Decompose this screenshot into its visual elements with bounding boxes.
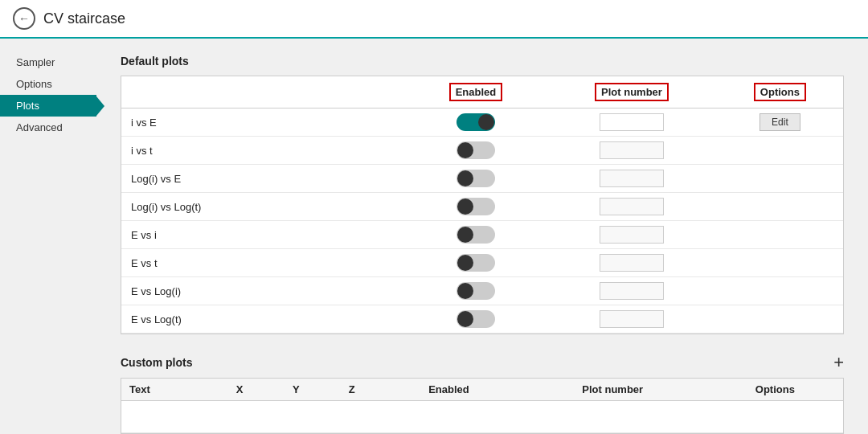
plot-row-options-cell bbox=[717, 277, 843, 305]
plot-row-options-cell bbox=[717, 165, 843, 193]
plot-row-number-cell bbox=[547, 165, 717, 193]
plot-row-number-cell bbox=[547, 221, 717, 249]
plot-row-number-cell bbox=[547, 193, 717, 221]
default-plots-table: Enabled Plot number Options i vs EEditi … bbox=[121, 76, 843, 334]
plot-number-input[interactable] bbox=[600, 198, 664, 215]
sidebar-item-advanced[interactable]: Advanced bbox=[0, 117, 96, 138]
toggle-track bbox=[457, 254, 495, 272]
toggle-switch[interactable] bbox=[457, 113, 495, 131]
plot-row-name: i vs E bbox=[121, 108, 405, 137]
col-options-header: Options bbox=[717, 76, 843, 108]
col-name-header bbox=[121, 76, 405, 108]
custom-col-plotnum-header: Plot number bbox=[518, 379, 707, 401]
plot-row-options-cell bbox=[717, 221, 843, 249]
toggle-track bbox=[457, 170, 495, 187]
default-plots-header-row: Enabled Plot number Options bbox=[121, 76, 843, 108]
toggle-container[interactable] bbox=[415, 282, 537, 300]
custom-plots-container: Text X Y Z Enabled Plot number Options bbox=[121, 378, 844, 434]
sidebar-item-options[interactable]: Options bbox=[0, 73, 96, 95]
plot-row-number-cell bbox=[547, 305, 717, 334]
toggle-thumb bbox=[478, 114, 494, 130]
toggle-container[interactable] bbox=[415, 141, 537, 159]
default-plot-row: Log(i) vs Log(t) bbox=[121, 193, 843, 221]
custom-col-x-header: X bbox=[211, 379, 268, 401]
col-enabled-header: Enabled bbox=[405, 76, 547, 108]
plot-row-toggle-cell bbox=[405, 193, 547, 221]
toggle-switch[interactable] bbox=[457, 226, 495, 244]
plot-number-input[interactable] bbox=[600, 310, 664, 328]
plot-row-toggle-cell bbox=[405, 277, 547, 305]
toggle-container[interactable] bbox=[415, 254, 537, 272]
custom-plots-title: Custom plots bbox=[121, 356, 192, 369]
toggle-thumb bbox=[457, 255, 473, 271]
custom-col-text-header: Text bbox=[121, 379, 211, 401]
default-plots-title: Default plots bbox=[121, 55, 844, 68]
enabled-header-box: Enabled bbox=[449, 83, 503, 101]
plot-number-input[interactable] bbox=[600, 170, 664, 187]
default-plot-row: E vs t bbox=[121, 249, 843, 277]
default-plot-row: Log(i) vs E bbox=[121, 165, 843, 193]
plot-number-input[interactable] bbox=[600, 282, 664, 300]
plot-number-input[interactable] bbox=[600, 254, 664, 272]
plot-number-input[interactable] bbox=[600, 113, 664, 131]
edit-button[interactable]: Edit bbox=[760, 113, 800, 131]
plot-row-options-cell bbox=[717, 137, 843, 165]
custom-col-z-header: Z bbox=[325, 379, 379, 401]
back-button[interactable]: ← bbox=[13, 7, 35, 30]
toggle-container[interactable] bbox=[415, 310, 537, 328]
default-plots-container: Enabled Plot number Options i vs EEditi … bbox=[121, 76, 844, 334]
toggle-track bbox=[457, 198, 495, 215]
toggle-switch[interactable] bbox=[457, 282, 495, 300]
toggle-switch[interactable] bbox=[457, 141, 495, 159]
toggle-container[interactable] bbox=[415, 226, 537, 244]
plot-row-toggle-cell bbox=[405, 137, 547, 165]
plot-row-options-cell: Edit bbox=[717, 108, 843, 137]
custom-plots-body bbox=[121, 401, 843, 433]
toggle-track bbox=[457, 282, 495, 300]
page-title: CV staircase bbox=[43, 10, 125, 27]
plot-row-name: E vs Log(i) bbox=[121, 277, 405, 305]
plot-row-toggle-cell bbox=[405, 165, 547, 193]
default-plot-row: i vs t bbox=[121, 137, 843, 165]
toggle-thumb bbox=[457, 170, 473, 186]
toggle-thumb bbox=[457, 227, 473, 243]
toggle-switch[interactable] bbox=[457, 254, 495, 272]
plot-row-options-cell bbox=[717, 249, 843, 277]
toggle-container[interactable] bbox=[415, 198, 537, 215]
sidebar-item-sampler[interactable]: Sampler bbox=[0, 51, 96, 73]
toggle-container[interactable] bbox=[415, 113, 537, 131]
plot-row-toggle-cell bbox=[405, 305, 547, 334]
custom-col-options-header: Options bbox=[707, 379, 843, 401]
col-plotnum-header: Plot number bbox=[547, 76, 717, 108]
toggle-track bbox=[457, 113, 495, 131]
toggle-switch[interactable] bbox=[457, 170, 495, 187]
toggle-thumb bbox=[457, 199, 473, 215]
default-plots-body: i vs EEditi vs tLog(i) vs ELog(i) vs Log… bbox=[121, 108, 843, 334]
plot-row-options-cell bbox=[717, 305, 843, 334]
header: ← CV staircase bbox=[0, 0, 868, 39]
sidebar-item-plots[interactable]: Plots bbox=[0, 95, 96, 117]
toggle-track bbox=[457, 141, 495, 159]
toggle-thumb bbox=[457, 142, 473, 158]
toggle-container[interactable] bbox=[415, 170, 537, 187]
toggle-thumb bbox=[457, 283, 473, 299]
plot-row-number-cell bbox=[547, 137, 717, 165]
toggle-thumb bbox=[457, 311, 473, 327]
sidebar: Sampler Options Plots Advanced bbox=[0, 39, 96, 434]
toggle-switch[interactable] bbox=[457, 198, 495, 215]
custom-col-enabled-header: Enabled bbox=[379, 379, 518, 401]
custom-plots-header-row: Text X Y Z Enabled Plot number Options bbox=[121, 379, 843, 401]
plot-row-toggle-cell bbox=[405, 249, 547, 277]
plot-row-name: Log(i) vs E bbox=[121, 165, 405, 193]
content-area: Default plots Enabled Plot number Option… bbox=[96, 39, 868, 434]
default-plot-row: i vs EEdit bbox=[121, 108, 843, 137]
toggle-track bbox=[457, 310, 495, 328]
plot-row-name: E vs Log(t) bbox=[121, 305, 405, 334]
plot-row-number-cell bbox=[547, 249, 717, 277]
main-layout: Sampler Options Plots Advanced Default p… bbox=[0, 39, 868, 434]
plot-number-input[interactable] bbox=[600, 226, 664, 244]
plot-row-number-cell bbox=[547, 277, 717, 305]
add-custom-plot-button[interactable]: + bbox=[833, 354, 844, 371]
toggle-switch[interactable] bbox=[457, 310, 495, 328]
plot-number-input[interactable] bbox=[600, 141, 664, 159]
